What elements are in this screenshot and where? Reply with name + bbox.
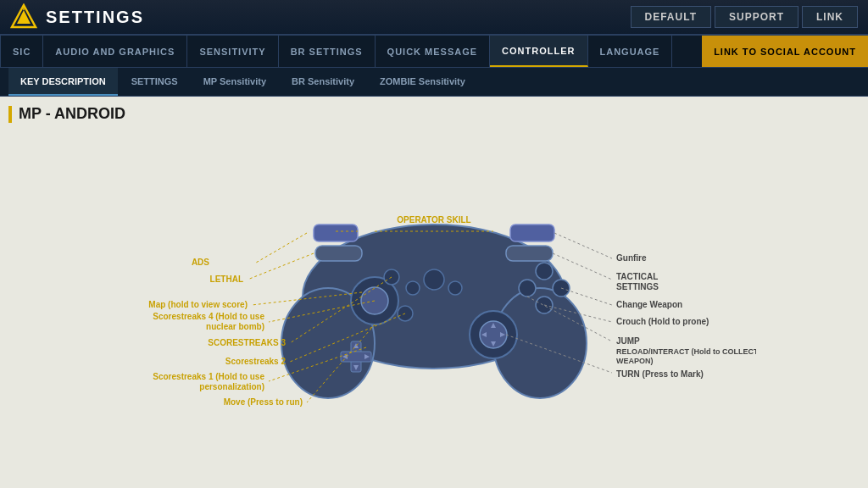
svg-text:Scorestreaks 4 (Hold to use: Scorestreaks 4 (Hold to use [153,312,264,321]
svg-text:Change Weapon: Change Weapon [616,300,682,309]
svg-text:Crouch (Hold to prone): Crouch (Hold to prone) [616,317,709,326]
section-title: MP - ANDROID [8,105,860,123]
svg-text:Map (hold to view score): Map (hold to view score) [148,300,248,309]
tab-language[interactable]: LANGUAGE [588,36,673,67]
subtab-key-description[interactable]: KEY DESCRIPTION [8,68,118,96]
subtab-zombie-sensitivity[interactable]: ZOMBIE Sensitivity [368,68,477,96]
default-button[interactable]: DEFAULT [631,6,711,28]
controller-svg: OPERATOR SKILL ADS LETHAL Map (hold to v… [112,131,756,419]
svg-text:TACTICAL: TACTICAL [616,272,658,281]
controller-diagram: OPERATOR SKILL ADS LETHAL Map (hold to v… [112,131,756,436]
svg-text:Scorestreaks 1 (Hold to use: Scorestreaks 1 (Hold to use [153,372,264,381]
svg-line-54 [554,233,612,258]
subtab-br-sensitivity[interactable]: BR Sensitivity [280,68,366,96]
svg-text:Gunfire: Gunfire [616,253,647,263]
svg-rect-6 [315,246,362,261]
svg-point-29 [424,269,444,290]
svg-rect-8 [314,225,358,241]
svg-text:LETHAL: LETHAL [210,274,243,284]
svg-text:Scorestreaks 2: Scorestreaks 2 [225,357,287,366]
sub-tabs: KEY DESCRIPTION SETTINGS MP Sensitivity … [0,68,868,97]
main-content: MP - ANDROID [0,97,868,488]
subtab-mp-sensitivity[interactable]: MP Sensitivity [192,68,278,96]
svg-text:SETTINGS: SETTINGS [616,282,659,291]
link-button[interactable]: LINK [802,6,858,28]
svg-point-25 [536,263,553,280]
app-logo [10,3,37,30]
support-button[interactable]: SUPPORT [715,6,798,28]
svg-text:SCORESTREAKS 3: SCORESTREAKS 3 [208,338,286,347]
svg-line-36 [256,233,307,263]
svg-point-28 [406,281,420,295]
svg-line-56 [553,253,612,280]
svg-line-38 [248,253,314,280]
svg-text:personalization): personalization) [199,382,264,391]
tab-br-settings[interactable]: BR SETTINGS [279,36,376,67]
tab-controller[interactable]: CONTROLLER [490,36,587,67]
svg-text:TURN (Press to Mark): TURN (Press to Mark) [616,369,704,379]
svg-text:nuclear bomb): nuclear bomb) [206,322,264,331]
svg-rect-7 [506,246,553,261]
nav-tabs: SIC AUDIO AND GRAPHICS SENSITIVITY BR SE… [0,36,868,68]
svg-text:Move (Press to run): Move (Press to run) [224,397,303,407]
svg-point-30 [448,281,462,295]
svg-point-24 [519,280,536,297]
tab-link-social[interactable]: LINK TO SOCIAL ACCOUNT [702,36,868,67]
svg-text:ADS: ADS [192,258,209,267]
svg-text:OPERATOR SKILL: OPERATOR SKILL [397,215,470,225]
header-buttons: DEFAULT SUPPORT LINK [631,6,858,28]
tab-sic[interactable]: SIC [0,36,43,67]
header: SETTINGS DEFAULT SUPPORT LINK [0,0,868,36]
tab-sensitivity[interactable]: SENSITIVITY [187,36,278,67]
svg-text:RELOAD/INTERACT (Hold to COLLE: RELOAD/INTERACT (Hold to COLLECT [616,347,756,356]
tab-audio[interactable]: AUDIO AND GRAPHICS [43,36,187,67]
tab-quick-message[interactable]: QUICK MESSAGE [376,36,491,67]
svg-text:WEAPON): WEAPON) [616,357,654,365]
subtab-settings[interactable]: SETTINGS [120,68,190,96]
page-title: SETTINGS [46,8,631,27]
svg-rect-9 [510,225,554,241]
svg-text:JUMP: JUMP [616,336,640,346]
